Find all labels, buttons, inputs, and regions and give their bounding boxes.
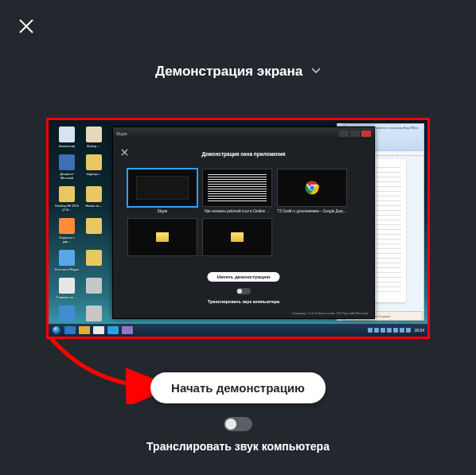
desktop-icon <box>82 278 106 299</box>
system-tray <box>368 328 411 333</box>
desktop-icon: Документ Microsoft <box>55 154 79 180</box>
inner-thumbnail-grid: SkypeКак показать рабочий стол в Скайпе … <box>127 169 360 259</box>
desktop-icon-label: Новая па… <box>82 204 106 208</box>
desktop-icon-glyph <box>86 186 102 202</box>
inner-thumbnail-caption: ТЗ Скайп с дополнением – Google Доку… <box>277 209 347 213</box>
desktop-icon-glyph <box>86 127 102 142</box>
taskbar-items <box>61 326 133 334</box>
desktop-icon: видеоуч… <box>82 154 106 180</box>
close-dialog-button[interactable] <box>18 18 35 35</box>
desktop-icon-label: Компьютер <box>55 144 79 148</box>
inner-thumbnail-image <box>127 218 197 256</box>
desktop-icon-glyph <box>59 154 75 170</box>
dialog-title-text: Демонстрация экрана <box>155 64 302 79</box>
desktop-icon-glyph <box>86 218 102 234</box>
desktop-icon-glyph <box>59 186 75 202</box>
inner-window-title: Skype <box>116 131 127 136</box>
desktop-icon: Подключ к уда… <box>55 218 79 243</box>
taskbar-clock: 18:54 <box>414 328 424 333</box>
desktop-icon: Справка по … <box>55 278 79 299</box>
screen-preview-thumbnail[interactable]: КомпьютерВыбор …Документ Microsoftвидеоу… <box>46 118 430 339</box>
desktop-icon-glyph <box>86 154 102 170</box>
desktop-icon-label: Контакты Skype <box>55 267 79 271</box>
taskbar-item <box>93 326 104 334</box>
chrome-icon <box>305 181 319 195</box>
taskbar-item <box>79 326 90 334</box>
desktop-icon-glyph <box>59 250 75 266</box>
inner-thumbnail-image <box>202 218 272 256</box>
broadcast-audio-toggle[interactable] <box>224 417 252 431</box>
desktop-icon-glyph <box>59 218 75 234</box>
inner-thumbnail-caption: Как показать рабочий стол в Скайпе … <box>202 209 272 213</box>
desktop-icon-label: видеоуч… <box>82 172 106 176</box>
dialog-title-dropdown[interactable]: Демонстрация экрана <box>0 64 476 80</box>
inner-thumbnail <box>127 218 197 259</box>
desktop-icon-glyph <box>59 127 75 142</box>
taskbar: 18:54 <box>49 324 427 337</box>
desktop-icon: Новая па… <box>82 186 106 212</box>
taskbar-item <box>64 326 76 334</box>
close-icon <box>18 18 35 35</box>
inner-heading: Демонстрация окна приложения <box>113 151 374 157</box>
desktop-icon: Компьютер <box>55 127 79 148</box>
desktop-icon-label: Desktop Mi 2019 (2 fil… <box>55 204 79 212</box>
desktop-icon-glyph <box>86 306 102 321</box>
chevron-down-icon <box>311 62 321 78</box>
inner-status-text: Страница: 2 из 3 Число слов: 551 Русский… <box>292 311 368 315</box>
svg-point-7 <box>310 186 314 190</box>
desktop-icon <box>82 218 106 243</box>
desktop-icon-label: Справка по … <box>55 295 79 299</box>
desktop-icons: КомпьютерВыбор …Документ Microsoftвидеоу… <box>53 125 109 336</box>
taskbar-item <box>122 326 133 334</box>
inner-skype-window: Skype Демонстрация окна приложения Skype… <box>112 127 375 319</box>
start-sharing-button[interactable]: Начать демонстрацию <box>150 372 326 403</box>
inner-audio-toggle <box>236 288 251 294</box>
desktop-icon-label: Выбор … <box>82 144 106 148</box>
inner-thumbnail-image <box>202 169 272 207</box>
maximize-icon <box>350 130 360 137</box>
desktop-icon: Desktop Mi 2019 (2 fil… <box>55 186 79 212</box>
start-sharing-label: Начать демонстрацию <box>171 381 305 395</box>
minimize-icon <box>339 130 349 137</box>
start-orb-icon <box>52 325 61 335</box>
desktop-icon: Выбор … <box>82 127 106 148</box>
desktop-icon-glyph <box>86 250 102 266</box>
inner-thumbnail-image <box>127 169 197 207</box>
inner-thumbnail <box>202 218 272 259</box>
desktop-icon-label: Подключ к уда… <box>55 236 79 243</box>
inner-thumbnail: ТЗ Скайп с дополнением – Google Доку… <box>277 169 347 213</box>
inner-broadcast-label: Транслировать звук компьютера <box>113 299 374 304</box>
inner-titlebar: Skype <box>113 127 374 140</box>
broadcast-audio-label: Транслировать звук компьютера <box>0 440 476 453</box>
desktop-icon: Контакты Skype <box>55 250 79 271</box>
desktop-icon-glyph <box>59 278 75 294</box>
desktop-icon-glyph <box>86 278 102 294</box>
inner-start-button: Начать демонстрацию <box>207 272 279 282</box>
inner-thumbnail-image <box>277 169 347 207</box>
inner-window-buttons <box>339 130 371 137</box>
desktop-icon-label: Документ Microsoft <box>55 172 79 180</box>
inner-thumbnail: Skype <box>127 169 197 213</box>
inner-thumbnail-caption: Skype <box>127 209 197 213</box>
close-icon <box>361 130 371 137</box>
desktop-icon-glyph <box>59 306 75 321</box>
inner-thumbnail: Как показать рабочий стол в Скайпе … <box>202 169 272 213</box>
taskbar-item <box>107 326 119 334</box>
desktop-icon <box>82 250 106 271</box>
